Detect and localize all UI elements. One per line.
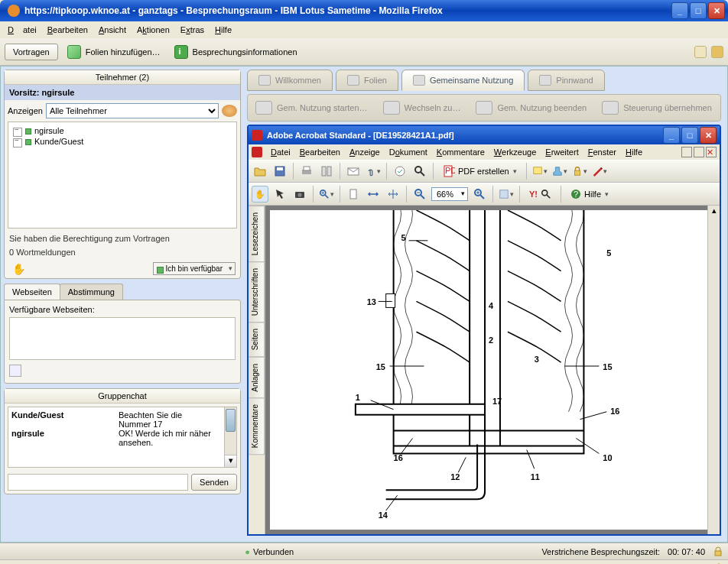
web-vote-section: Webseiten Abstimmung Verfügbare Webseite… [4,284,241,384]
menu-edit[interactable]: Bearbeiten [43,24,93,36]
toolbar-icon-1[interactable] [694,46,707,58]
save-icon[interactable] [271,163,288,180]
chat-scrollbar[interactable]: ▾ [224,407,236,467]
svg-text:14: 14 [379,511,388,520]
zoomin-icon[interactable]: ▾ [318,186,335,203]
minimize-button[interactable]: _ [671,2,688,19]
menu-extras[interactable]: Extras [176,24,209,36]
people-icon[interactable] [222,105,237,117]
review-icon[interactable] [392,163,408,180]
meeting-info-button[interactable]: Besprechungsinformationen [170,44,302,60]
share-stop[interactable]: Gem. Nutzung beenden [476,101,587,115]
svg-rect-3 [304,167,310,170]
help-button[interactable]: ?Hilfe▾ [566,187,613,201]
menu-file[interactable]: Datei [3,24,41,36]
add-slides-button[interactable]: Folien hinzufügen… [63,44,165,60]
tab-slides[interactable]: Folien [336,70,398,91]
tree-node[interactable]: Kunde/Guest [11,136,233,147]
attach-icon[interactable]: ▾ [365,163,382,180]
howto-icon[interactable]: ▾ [498,186,515,203]
tab-webseiten[interactable]: Webseiten [4,284,60,300]
svg-text:13: 13 [367,297,376,306]
amenu-file[interactable]: Datei [267,147,294,157]
menu-actions[interactable]: Aktionen [132,24,174,36]
fit-width-icon[interactable] [365,186,382,203]
note-icon[interactable]: ▾ [531,163,548,180]
maximize-button[interactable]: □ [690,2,707,19]
participants-tree[interactable]: ngirsule Kunde/Guest [8,122,237,229]
amenu-comm[interactable]: Kommentare [433,147,489,157]
pdf-vscrollbar[interactable]: ▴ [707,206,720,534]
amenu-edit[interactable]: Bearbeiten [296,147,344,157]
svg-rect-12 [574,170,580,175]
tree-node[interactable]: ngirsule [11,125,233,136]
present-button[interactable]: Vortragen [5,44,58,60]
tab-welcome[interactable]: Willkommen [247,70,333,91]
email-icon[interactable] [345,163,362,180]
share-stop-icon [476,101,492,115]
amenu-help[interactable]: Hilfe [622,147,646,157]
search-icon[interactable] [411,163,428,180]
amenu-doc[interactable]: Dokument [385,147,431,157]
zoomin2-icon[interactable] [471,186,488,203]
close-button[interactable]: ✕ [708,2,725,19]
chat-input[interactable] [8,474,188,491]
pdf-create-button[interactable]: PDF PDF erstellen▾ [438,164,522,179]
amenu-tools[interactable]: Werkzeuge [490,147,540,157]
page-icon[interactable] [345,186,362,203]
stamp-icon[interactable]: ▾ [551,163,568,180]
send-button[interactable]: Senden [191,474,237,491]
svg-text:17: 17 [492,397,502,406]
share-switch[interactable]: Wechseln zu… [383,101,461,115]
tab-abstimmung[interactable]: Abstimmung [60,284,123,300]
availability-dropdown[interactable]: Ich bin verfügbar [153,262,236,275]
lock-icon[interactable]: ▾ [571,163,588,180]
yahoo-search-icon[interactable]: Y! [525,187,556,201]
zoomout-icon[interactable] [411,186,428,203]
select-tool-icon[interactable] [271,186,288,203]
svg-rect-23 [394,210,584,453]
sidetab-bookmarks[interactable]: Lesezeichen [249,206,265,262]
svg-text:9: 9 [599,210,603,212]
acro-maximize[interactable]: □ [681,127,698,144]
snapshot-icon[interactable] [291,186,308,203]
amenu-win[interactable]: Fenster [584,147,620,157]
tab-board[interactable]: Pinnwand [528,70,604,91]
sidetab-attachments[interactable]: Anlagen [249,357,265,399]
pdf-viewport[interactable]: 5 5 9 13 4 2 3 15 15 1 17 16 16 [265,206,720,534]
amenu-view[interactable]: Anzeige [346,147,384,157]
open-icon[interactable] [252,163,268,180]
amenu-adv[interactable]: Erweitert [541,147,582,157]
sidetab-comments[interactable]: Kommentare [249,397,265,455]
raise-hand-icon[interactable]: ✋ [9,263,25,275]
chair-row: Vorsitz: ngirsule [5,85,240,100]
sites-listbox[interactable] [9,317,236,360]
mdi-min[interactable] [681,147,692,157]
sidetab-pages[interactable]: Seiten [249,322,265,357]
zoom-combo[interactable]: 66% [431,187,468,201]
toolbar-icon-2[interactable] [711,46,723,58]
acrobat-menubar: Datei Bearbeiten Anzeige Dokument Kommen… [249,144,720,160]
sites-add-icon[interactable] [9,365,21,377]
acro-minimize[interactable]: _ [663,127,680,144]
participants-title: Teilnehmer (2) [5,70,240,85]
share-start[interactable]: Gem. Nutzung starten… [255,101,368,115]
svg-rect-5 [327,167,331,176]
acro-close[interactable]: ✕ [700,127,717,144]
share-control[interactable]: Steuerung übernehmen [602,101,712,115]
svg-line-37 [527,450,535,469]
sign-icon[interactable]: ▾ [591,163,608,180]
organize-icon[interactable] [318,163,335,180]
mdi-close[interactable]: ✕ [706,147,717,157]
svg-text:12: 12 [450,472,460,481]
mdi-restore[interactable] [694,147,704,157]
menu-help[interactable]: Hilfe [210,24,236,36]
chat-log[interactable]: Kunde/GuestBeachten Sie die Nummer 17 ng… [8,407,237,468]
sidetab-signatures[interactable]: Unterschriften [249,261,265,323]
tab-share[interactable]: Gemeinsame Nutzung [401,70,525,91]
show-select[interactable]: Alle Teilnehmer [46,103,219,118]
fit-page-icon[interactable] [385,186,401,203]
menu-view[interactable]: Ansicht [94,24,131,36]
hand-tool-icon[interactable]: ✋ [252,186,268,203]
print-icon[interactable] [298,163,315,180]
